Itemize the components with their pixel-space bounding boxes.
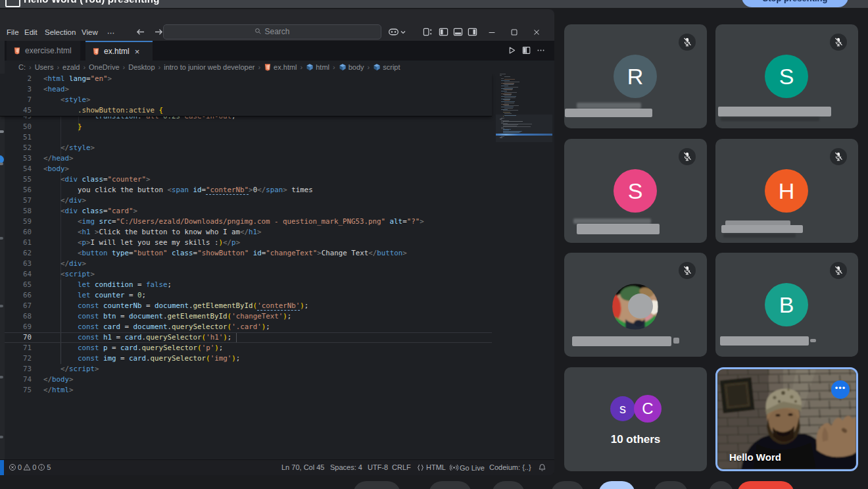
problems-status[interactable]: 005: [9, 463, 51, 471]
status-codeium[interactable]: Codeium: {..}: [489, 463, 531, 471]
sticky-divider: [0, 116, 492, 116]
raise-hand-button[interactable]: [551, 481, 584, 489]
participant-avatar: S: [765, 55, 808, 98]
line-number: 51: [0, 132, 32, 143]
tab-ex-html[interactable]: ex.html×: [85, 41, 153, 61]
window-minimize-button[interactable]: [487, 28, 496, 37]
status-html[interactable]: HTML: [416, 463, 446, 471]
breadcrumb-item[interactable]: OneDrive: [89, 63, 119, 71]
breadcrumb-item[interactable]: html: [306, 63, 329, 71]
minimap[interactable]: [496, 74, 551, 459]
breadcrumb-separator: ›: [333, 63, 335, 71]
status-utf-8[interactable]: UTF-8: [368, 463, 388, 471]
tab-exercise-html[interactable]: exercise.html: [7, 41, 80, 61]
status-label: Spaces: 4: [330, 463, 362, 471]
participant-tile-1[interactable]: R: [564, 24, 707, 128]
more-options-icon[interactable]: •••: [831, 380, 850, 399]
screenshot-root: { "banner": { "label": "Hello Word (You)…: [0, 0, 868, 489]
code-editor[interactable]: 49transition: all 0.2s ease-in-out;50}51…: [0, 74, 554, 459]
status-spaces[interactable]: Spaces: 4: [330, 463, 362, 471]
bell-icon: [538, 463, 546, 472]
line-content: <style>: [60, 95, 91, 105]
line-content: const p = card.querySelector('p');: [78, 343, 223, 353]
split-editor-button[interactable]: [522, 46, 531, 55]
panel-bottom-icon[interactable]: [453, 27, 463, 37]
broadcast-icon: [450, 463, 458, 472]
minimap-line: [504, 76, 510, 77]
line-content: <script>: [60, 269, 95, 280]
status-ln[interactable]: Ln 70, Col 45: [281, 463, 324, 471]
code-line-67: 67const counterNb = document.getElementB…: [0, 301, 492, 311]
menu-file[interactable]: File: [7, 28, 19, 36]
avatar-initial: S: [628, 178, 643, 204]
layout-grid-icon[interactable]: [423, 27, 433, 37]
breadcrumb-label: script: [383, 63, 400, 71]
line-number: 74: [0, 374, 32, 385]
captions-button[interactable]: [492, 481, 525, 489]
present-button[interactable]: [598, 481, 635, 489]
host-controls-button[interactable]: [709, 481, 733, 489]
participant-tile-3[interactable]: S: [564, 139, 707, 243]
menu-more[interactable]: ⋯: [107, 28, 115, 38]
vscode-tabbar: exercise.htmlex.html×: [0, 41, 554, 61]
line-number: 45: [0, 105, 32, 116]
camera-button[interactable]: [429, 481, 471, 489]
sidebar-right-icon[interactable]: [468, 27, 477, 37]
breadcrumb-separator: ›: [57, 63, 59, 71]
stop-presenting-button[interactable]: Stop presenting: [742, 0, 848, 7]
copilot-button[interactable]: [388, 27, 406, 37]
self-video-tile[interactable]: Hello Word•••: [715, 367, 858, 471]
minimap-line: [504, 115, 516, 116]
participant-tile-5[interactable]: [564, 253, 707, 357]
sidebar-left-icon[interactable]: [439, 27, 448, 37]
line-content: </html>: [43, 385, 74, 396]
status-bell-icon[interactable]: [538, 463, 546, 472]
name-redaction-bar: [573, 219, 651, 224]
breadcrumb-item[interactable]: ex.html: [264, 63, 297, 72]
editor-more-actions-button[interactable]: [537, 46, 545, 55]
run-button[interactable]: [508, 46, 516, 55]
breadcrumb-item[interactable]: C:: [18, 63, 26, 71]
participant-tile-2[interactable]: S: [715, 24, 858, 128]
participant-tile-4[interactable]: H: [715, 139, 858, 243]
line-content: <head>: [43, 84, 69, 95]
participant-avatar: R: [614, 55, 657, 98]
breadcrumb-item[interactable]: intro to junior web developer: [164, 63, 254, 71]
others-avatar-s: s: [610, 396, 635, 421]
breadcrumb-item[interactable]: script: [373, 63, 400, 71]
end-call-button[interactable]: [737, 481, 794, 489]
mic-muted-indicator: [679, 34, 696, 51]
line-number: 61: [0, 238, 32, 248]
more-options-button[interactable]: [654, 481, 688, 489]
self-name-label: Hello Word: [729, 451, 781, 463]
breadcrumb-label: intro to junior web developer: [164, 63, 254, 71]
status-label: CRLF: [392, 463, 411, 471]
search-input[interactable]: Search: [163, 24, 381, 39]
menu-edit[interactable]: Edit: [24, 28, 37, 36]
mic-button[interactable]: [353, 481, 400, 489]
window-maximize-button[interactable]: [510, 28, 519, 37]
participant-tile-6[interactable]: B: [715, 253, 858, 357]
menu-view[interactable]: View: [82, 28, 98, 36]
arrow-right-icon[interactable]: [154, 28, 164, 36]
code-line-57: 57</div>: [0, 195, 492, 206]
breadcrumb-item[interactable]: Desktop: [128, 63, 155, 71]
status-go[interactable]: Go Live: [450, 463, 485, 472]
breadcrumb-item[interactable]: Users: [35, 63, 54, 71]
mic-muted-indicator: [830, 34, 847, 51]
breadcrumb-item[interactable]: ezald: [62, 63, 80, 71]
menu-selection[interactable]: Selection: [45, 28, 76, 36]
window-close-button[interactable]: [532, 28, 541, 37]
warnings-icon: [23, 463, 31, 471]
others-tile[interactable]: sC10 others: [564, 367, 707, 471]
line-content: const counterNb = document.getElementByI…: [78, 301, 308, 311]
status-crlf[interactable]: CRLF: [392, 463, 411, 471]
name-redaction-bar: [565, 109, 652, 117]
breadcrumb-item[interactable]: body: [339, 63, 364, 71]
tab-close-icon[interactable]: ×: [135, 47, 140, 57]
code-line-53: 53</head>: [0, 153, 492, 164]
breadcrumb-separator: ›: [158, 63, 161, 71]
arrow-left-icon[interactable]: [135, 28, 145, 36]
line-content: <div class="card">: [60, 206, 137, 217]
line-content: </head>: [43, 153, 74, 164]
